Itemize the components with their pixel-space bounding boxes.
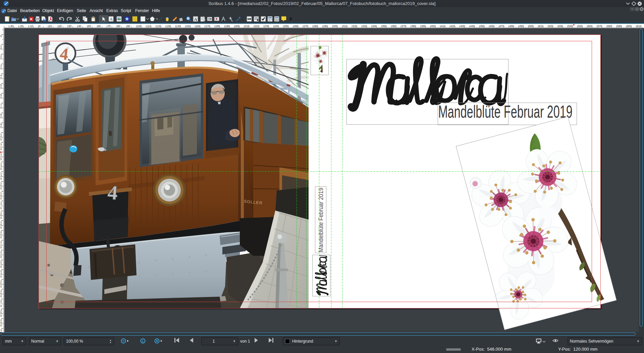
svg-text:70: 70: [108, 25, 111, 28]
svg-text:0: 0: [0, 77, 2, 80]
svg-text:-20: -20: [19, 25, 23, 28]
svg-text:610: 610: [637, 25, 641, 28]
svg-text:140: 140: [176, 25, 181, 28]
svg-text:300: 300: [333, 25, 338, 28]
svg-text:40: 40: [78, 25, 82, 28]
svg-text:550: 550: [578, 25, 583, 28]
svg-text:500: 500: [529, 25, 534, 28]
svg-text:0: 0: [0, 275, 2, 278]
svg-text:570: 570: [598, 25, 602, 28]
svg-text:0: 0: [0, 295, 2, 298]
svg-text:330: 330: [362, 25, 367, 28]
svg-text:0: 0: [0, 207, 2, 210]
svg-text:340: 340: [372, 25, 377, 28]
svg-text:0: 0: [0, 217, 2, 220]
svg-text:0: 0: [0, 158, 2, 161]
svg-text:590: 590: [617, 25, 622, 28]
svg-text:0: 0: [0, 96, 2, 99]
svg-text:490: 490: [519, 25, 524, 28]
svg-text:180: 180: [215, 25, 220, 28]
svg-text:0: 0: [0, 116, 2, 119]
svg-text:560: 560: [588, 25, 592, 28]
svg-text:260: 260: [294, 25, 299, 28]
svg-text:130: 130: [166, 25, 171, 28]
svg-text:150: 150: [186, 25, 191, 28]
svg-text:0: 0: [0, 177, 2, 180]
svg-text:0: 0: [0, 305, 2, 308]
svg-text:310: 310: [343, 25, 347, 28]
svg-text:420: 420: [450, 25, 455, 28]
svg-text:370: 370: [401, 25, 406, 28]
svg-text:600: 600: [627, 25, 632, 28]
svg-text:0: 0: [0, 148, 2, 151]
svg-text:0: 0: [0, 197, 2, 200]
svg-text:0: 0: [0, 67, 2, 70]
svg-text:380: 380: [411, 25, 416, 28]
svg-text:430: 430: [461, 25, 465, 28]
svg-text:100: 100: [137, 25, 142, 28]
svg-text:470: 470: [499, 25, 504, 28]
svg-text:50: 50: [88, 25, 91, 28]
svg-text:0: 0: [0, 324, 2, 327]
svg-text:530: 530: [558, 25, 563, 28]
svg-text:230: 230: [264, 25, 269, 28]
svg-text:110: 110: [147, 25, 151, 28]
svg-text:450: 450: [480, 25, 485, 28]
svg-text:0: 0: [0, 187, 2, 190]
svg-text:90: 90: [127, 25, 130, 28]
svg-text:0: 0: [0, 106, 2, 109]
svg-text:60: 60: [98, 25, 101, 28]
svg-text:0: 0: [0, 126, 2, 129]
svg-text:390: 390: [421, 25, 426, 28]
svg-text:580: 580: [607, 25, 612, 28]
svg-text:10: 10: [49, 25, 52, 28]
svg-text:200: 200: [235, 25, 239, 28]
svg-text:0: 0: [0, 256, 2, 259]
svg-text:160: 160: [196, 25, 201, 28]
svg-text:440: 440: [470, 25, 475, 28]
svg-text:0: 0: [0, 236, 2, 239]
svg-text:540: 540: [568, 25, 573, 28]
svg-text:0: 0: [0, 266, 2, 269]
svg-text:190: 190: [225, 25, 230, 28]
svg-text:0: 0: [0, 168, 2, 171]
svg-text:0: 0: [0, 226, 2, 229]
svg-text:0: 0: [0, 35, 2, 38]
svg-text:0: 0: [0, 57, 2, 60]
svg-text:120: 120: [157, 25, 161, 28]
svg-text:410: 410: [441, 25, 445, 28]
svg-text:360: 360: [392, 25, 396, 28]
svg-text:20: 20: [58, 25, 62, 28]
svg-text:210: 210: [245, 25, 250, 28]
svg-text:30: 30: [68, 25, 72, 28]
svg-text:290: 290: [323, 25, 328, 28]
svg-text:0: 0: [0, 47, 2, 50]
svg-text:0: 0: [0, 285, 2, 288]
svg-text:250: 250: [284, 25, 289, 28]
svg-text:-30: -30: [9, 25, 13, 28]
svg-text:0: 0: [0, 138, 2, 141]
svg-text:280: 280: [313, 25, 318, 28]
svg-text:0: 0: [0, 246, 2, 249]
svg-text:270: 270: [304, 25, 308, 28]
svg-text:480: 480: [509, 25, 514, 28]
svg-text:A: A: [110, 17, 113, 21]
svg-text:460: 460: [490, 25, 494, 28]
svg-text:510: 510: [539, 25, 543, 28]
svg-text:400: 400: [431, 25, 436, 28]
svg-text:OK: OK: [248, 18, 250, 20]
svg-text:220: 220: [255, 25, 259, 28]
svg-text:0: 0: [0, 86, 2, 90]
svg-text:520: 520: [548, 25, 553, 28]
svg-text:320: 320: [353, 25, 357, 28]
svg-text:A: A: [194, 17, 198, 22]
svg-text:0: 0: [0, 314, 2, 317]
svg-text:80: 80: [117, 25, 121, 28]
svg-text:0: 0: [39, 25, 41, 28]
svg-text:-10: -10: [29, 25, 33, 28]
svg-text:170: 170: [206, 25, 210, 28]
svg-text:350: 350: [382, 25, 387, 28]
svg-text:240: 240: [274, 25, 279, 28]
